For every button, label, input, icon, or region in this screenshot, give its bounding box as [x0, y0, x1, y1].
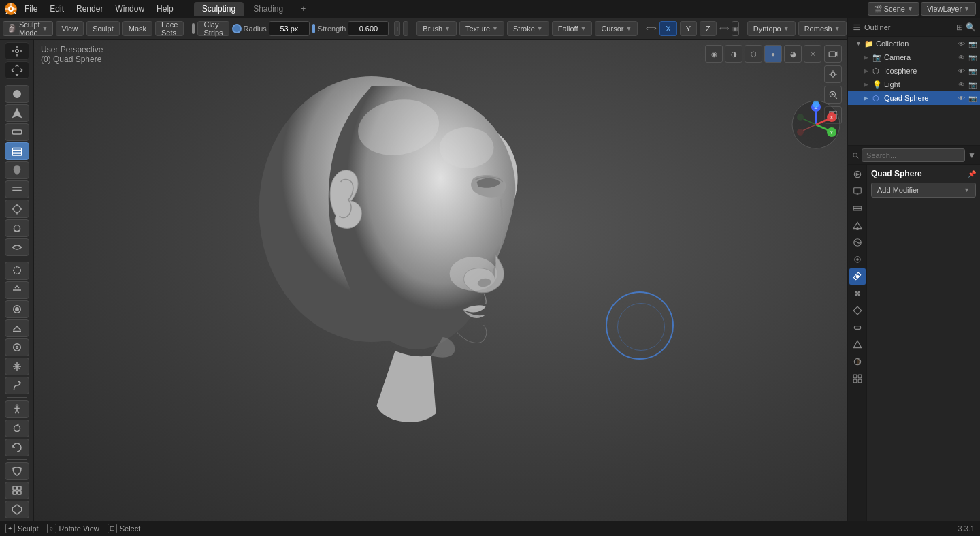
sym-x-btn[interactable]: X [659, 21, 676, 36]
outliner-row-light[interactable]: ▶ 💡 Light 👁 📷 [848, 78, 980, 91]
light-render-icon[interactable]: 📷 [968, 81, 977, 89]
props-search-input[interactable] [862, 148, 965, 162]
shading-toggle[interactable]: ◑ [725, 45, 742, 63]
cursor-dropdown[interactable]: Cursor ▼ [595, 21, 638, 36]
dyntopo-dropdown[interactable]: Dyntopo ▼ [747, 21, 796, 36]
tool-mask[interactable] [5, 462, 29, 480]
menu-help[interactable]: Help [151, 3, 179, 15]
workspace-shading[interactable]: Shading [245, 2, 291, 16]
collection-vis-icon[interactable]: 👁 [957, 40, 966, 48]
outliner-filter-btn[interactable]: ⊞ [956, 22, 963, 32]
brush-name-display[interactable]: Clay Strips [197, 21, 229, 36]
menu-render[interactable]: Render [71, 3, 108, 15]
tool-multires[interactable] [5, 501, 29, 518]
workspace-sculpting[interactable]: Sculpting [194, 2, 244, 16]
light-vis-icon[interactable]: 👁 [957, 81, 966, 89]
workspace-add[interactable]: + [293, 2, 314, 16]
tool-pan[interactable] [5, 61, 29, 79]
remesh-dropdown[interactable]: Remesh ▼ [798, 21, 847, 36]
falloff-dropdown[interactable]: Falloff ▼ [552, 21, 593, 36]
props-tab-particles[interactable] [849, 285, 866, 302]
tool-clay[interactable] [5, 123, 29, 141]
sub-button[interactable]: − [403, 21, 408, 36]
props-tab-viewlayer[interactable] [849, 200, 866, 217]
tool-smooth[interactable] [5, 262, 29, 279]
camera-render-icon[interactable]: 📷 [968, 54, 977, 61]
tool-nudge[interactable] [5, 420, 29, 437]
rendered-toggle[interactable]: ☀ [804, 45, 821, 63]
tool-snake-hook[interactable] [5, 377, 29, 394]
face-sets-menu[interactable]: Face Sets [155, 21, 184, 36]
tool-layer[interactable] [5, 180, 29, 198]
material-toggle[interactable]: ◕ [784, 45, 802, 63]
props-tab-object[interactable] [849, 251, 866, 268]
strength-input[interactable] [348, 21, 389, 36]
tool-draw-face-sets[interactable] [5, 482, 29, 499]
tool-draw[interactable] [5, 85, 29, 103]
menu-edit[interactable]: Edit [44, 3, 69, 15]
outliner-row-collection[interactable]: ▼ 📁 Collection 👁 📷 [848, 37, 980, 50]
outliner-row-quad-sphere[interactable]: ▶ ⬡ Quad Sphere 👁 📷 [848, 91, 980, 105]
view-menu[interactable]: View [56, 21, 84, 36]
viewport-gizmo[interactable]: Z Y X [789, 97, 843, 152]
texture-dropdown[interactable]: Texture ▼ [459, 21, 504, 36]
outliner-content[interactable]: ▼ 📁 Collection 👁 📷 ▶ 📷 Camera 👁 📷 ▶ ⬡ Ic [848, 37, 980, 146]
props-tab-data[interactable] [849, 336, 866, 353]
props-pin-icon[interactable]: 📌 [968, 170, 976, 178]
viewlayer-selector[interactable]: ViewLayer ▼ [921, 2, 976, 16]
props-tab-output[interactable] [849, 183, 866, 200]
scene-selector[interactable]: 🎬 Scene ▼ [868, 2, 919, 16]
tool-transform[interactable] [5, 42, 29, 60]
sym-y-btn[interactable]: Y [680, 21, 697, 36]
menu-window[interactable]: Window [110, 3, 150, 15]
tool-crease[interactable] [5, 238, 29, 256]
tool-inflate[interactable] [5, 200, 29, 217]
tool-fill[interactable] [5, 300, 29, 318]
strength-toggle[interactable] [312, 24, 315, 33]
props-tab-physics[interactable] [849, 302, 866, 319]
radius-input[interactable] [269, 21, 310, 36]
props-tab-render[interactable] [849, 166, 866, 183]
icosphere-render-icon[interactable]: 📷 [968, 67, 977, 75]
props-tab-compositor[interactable] [849, 371, 866, 387]
brush-dropdown[interactable]: Brush ▼ [416, 21, 457, 36]
outliner-row-camera[interactable]: ▶ 📷 Camera 👁 📷 [848, 50, 980, 64]
viewport-camera-btn[interactable] [824, 45, 842, 63]
props-tab-scene[interactable] [849, 217, 866, 234]
tool-blob[interactable] [5, 219, 29, 237]
overlay-toggle[interactable]: ◉ [705, 45, 723, 63]
tool-pinch[interactable] [5, 338, 29, 356]
props-tab-material[interactable] [849, 353, 866, 370]
radius-toggle[interactable] [232, 24, 242, 33]
tool-grab[interactable] [5, 358, 29, 375]
quad-sphere-render-icon[interactable]: 📷 [968, 95, 977, 102]
tool-rotate[interactable] [5, 439, 29, 456]
mode-selector[interactable]: 🗿 Sculpt Mode ▼ [3, 21, 53, 36]
modifier-add-dropdown[interactable]: Add Modifier ▼ [871, 183, 976, 198]
props-filter-btn[interactable]: ▼ [968, 151, 976, 160]
wireframe-toggle[interactable]: ⬡ [745, 45, 762, 63]
stroke-dropdown[interactable]: Stroke ▼ [507, 21, 549, 36]
quad-sphere-vis-icon[interactable]: 👁 [957, 95, 966, 102]
add-button[interactable]: + [394, 21, 399, 36]
outliner-search-btn[interactable]: 🔍 [966, 22, 976, 32]
props-tab-constraints[interactable] [849, 319, 866, 336]
camera-vis-icon[interactable]: 👁 [957, 54, 966, 61]
menu-file[interactable]: File [19, 3, 43, 15]
tool-flatten[interactable] [5, 281, 29, 299]
tool-draw-sharp[interactable] [5, 104, 29, 122]
viewport[interactable]: User Perspective (0) Quad Sphere [34, 40, 847, 521]
viewport-navigate-btn[interactable] [824, 65, 842, 83]
mask-menu[interactable]: Mask [122, 21, 152, 36]
outliner-row-icosphere[interactable]: ▶ ⬡ Icosphere 👁 📷 [848, 64, 980, 78]
blender-logo[interactable] [4, 2, 18, 16]
icosphere-vis-icon[interactable]: 👁 [957, 67, 966, 75]
collection-render-icon[interactable]: 📷 [968, 40, 977, 48]
tool-clay-thumb[interactable] [5, 161, 29, 179]
sym-z-btn[interactable]: Z [700, 21, 717, 36]
props-tab-modifier[interactable] [849, 268, 866, 285]
sculpt-menu[interactable]: Sculpt [86, 21, 120, 36]
solid-toggle[interactable]: ● [764, 45, 782, 63]
tool-pose[interactable] [5, 400, 29, 418]
tool-scrape[interactable] [5, 319, 29, 337]
